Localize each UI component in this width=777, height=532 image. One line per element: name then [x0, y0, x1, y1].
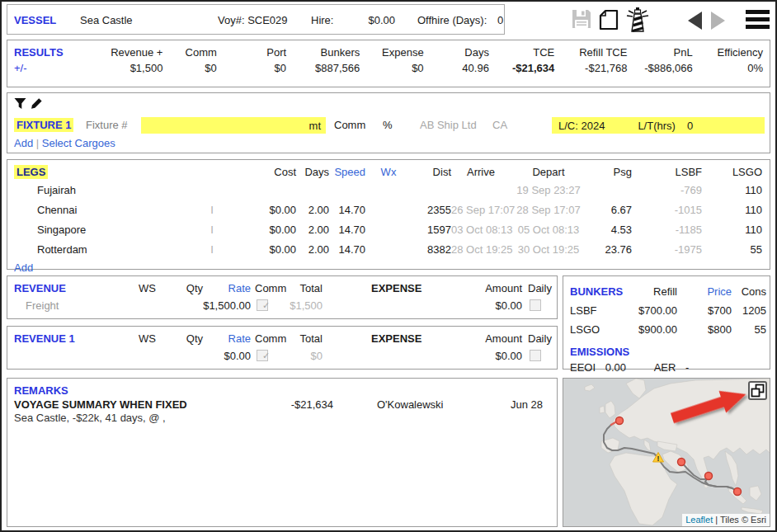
- leg-lsgo: 110: [702, 200, 762, 220]
- menu-icon[interactable]: [746, 10, 770, 32]
- daily-header: Daily: [528, 332, 552, 345]
- price-value[interactable]: $800: [677, 320, 732, 339]
- price-value[interactable]: $700: [677, 301, 732, 320]
- leg-speed[interactable]: 14.70: [329, 220, 365, 240]
- fixture-panel: FIXTURE 1 Fixture # mt Comm % AB Ship Lt…: [7, 92, 770, 153]
- leg-cost[interactable]: $0.00: [220, 240, 296, 260]
- edit-pencil-icon[interactable]: [31, 97, 43, 112]
- charterer-name[interactable]: AB Ship Ltd: [420, 119, 477, 131]
- qty-header: Qty: [164, 332, 203, 345]
- leg-row-sep: I: [204, 200, 220, 220]
- legs-header-wx[interactable]: Wx: [365, 164, 412, 181]
- leg-days[interactable]: 2.00: [296, 200, 329, 220]
- leaflet-link[interactable]: Leaflet: [685, 515, 713, 525]
- fixture-title[interactable]: FIXTURE 1: [14, 118, 73, 132]
- back-arrow-icon[interactable]: [688, 12, 702, 30]
- hire-value[interactable]: $0.00: [354, 14, 395, 26]
- rate-header[interactable]: Rate: [205, 332, 251, 345]
- offhire-value[interactable]: 0: [497, 14, 503, 26]
- legs-header-arrive: Arrive: [451, 164, 511, 181]
- leg-psg: 23.76: [586, 240, 632, 260]
- remark-entry-author: O'Kowalewski: [377, 398, 444, 411]
- filter-icon[interactable]: [14, 97, 26, 112]
- results-panel: RESULTS +/- Revenue +$1,500 Comm$0 Port$…: [7, 40, 770, 87]
- forward-arrow-icon[interactable]: [711, 12, 725, 30]
- port-marker-singapore[interactable]: [734, 488, 742, 496]
- total-value: $0: [273, 350, 323, 362]
- new-document-icon[interactable]: [599, 9, 619, 33]
- route-map[interactable]: ! Leaflet | Tiles © Esri: [563, 378, 770, 527]
- refill-value[interactable]: $700.00: [613, 301, 677, 320]
- leg-days[interactable]: [296, 181, 329, 200]
- leg-cost[interactable]: $0.00: [220, 220, 296, 240]
- leg-row-port[interactable]: Chennai: [14, 200, 204, 220]
- leg-speed[interactable]: [329, 181, 365, 200]
- leg-speed[interactable]: 14.70: [329, 200, 365, 220]
- port-marker-fujairah[interactable]: [678, 459, 685, 466]
- leg-row-port[interactable]: Singapore: [14, 220, 204, 240]
- hire-label: Hire:: [311, 14, 333, 26]
- map-attribution: Leaflet | Tiles © Esri: [682, 514, 770, 526]
- select-cargoes-link[interactable]: Select Cargoes: [42, 137, 115, 149]
- results-col-bunkers: Bunkers$887,566: [286, 46, 360, 87]
- fuel-type: LSBF: [570, 301, 613, 320]
- legs-header-speed[interactable]: Speed: [329, 164, 365, 181]
- leg-psg: 6.67: [586, 200, 632, 220]
- expand-map-button[interactable]: [748, 381, 767, 400]
- leg-row-port[interactable]: Fujairah: [14, 181, 204, 200]
- expense-header: EXPENSE: [371, 332, 421, 345]
- save-icon[interactable]: [571, 8, 592, 32]
- laycan-field[interactable]: L/C: 2024 L/T(hrs) 0: [552, 117, 765, 134]
- results-col-efficiency: Efficiency0%: [693, 46, 763, 87]
- remark-entry-date: Jun 28: [490, 398, 543, 411]
- leg-speed[interactable]: 14.70: [329, 240, 365, 260]
- comm-checkbox[interactable]: ✓: [257, 350, 268, 361]
- eeoi-value: 0.00: [605, 361, 626, 374]
- revenue-row-label: Freight: [26, 299, 59, 312]
- expense-header: EXPENSE: [371, 282, 421, 294]
- leg-days[interactable]: 2.00: [296, 220, 329, 240]
- daily-checkbox[interactable]: [530, 350, 541, 361]
- rate-value[interactable]: $0.00: [179, 350, 251, 362]
- leg-arrive: [451, 181, 511, 200]
- port-marker-rotterdam[interactable]: [616, 417, 624, 425]
- total-value: $1,500: [273, 299, 323, 312]
- remark-entry-value: -$21,634: [255, 398, 333, 411]
- vessel-bar: VESSEL Sea Castle Voy#: SCE029 Hire: $0.…: [7, 4, 505, 35]
- leg-cost[interactable]: [220, 181, 296, 200]
- total-header: Total: [273, 282, 323, 294]
- add-leg-link[interactable]: Add: [14, 261, 33, 274]
- daily-checkbox[interactable]: [530, 299, 541, 311]
- rate-header[interactable]: Rate: [205, 282, 251, 294]
- results-plusminus[interactable]: +/-: [14, 62, 92, 74]
- leg-psg: 4.53: [586, 220, 632, 240]
- add-cargo-link[interactable]: Add: [14, 137, 33, 149]
- laytime-value: 0: [687, 120, 693, 132]
- toolbar: [567, 5, 774, 36]
- leg-lsbf: -1015: [632, 200, 702, 220]
- revenue-panel: REVENUE WS Qty Rate Comm Total EXPENSE A…: [7, 275, 558, 319]
- cons-value: 55: [732, 320, 766, 339]
- price-header[interactable]: Price: [677, 282, 732, 301]
- leg-dist: [412, 181, 451, 200]
- vessel-label[interactable]: VESSEL: [14, 14, 56, 26]
- leg-cost[interactable]: $0.00: [220, 200, 296, 220]
- results-col-port: Port$0: [217, 46, 286, 87]
- comm-checkbox[interactable]: ✓: [257, 299, 268, 311]
- results-col-revenue: Revenue +$1,500: [92, 46, 162, 87]
- cargo-quantity-field[interactable]: mt: [141, 117, 326, 134]
- link-divider: |: [36, 137, 39, 149]
- remark-entry-body: Sea Castle, -$22k, 41 days, @ ,: [14, 412, 166, 424]
- expense-amount-value[interactable]: $0.00: [453, 299, 522, 312]
- contract-type[interactable]: CA: [492, 119, 507, 131]
- expense-amount-value[interactable]: $0.00: [453, 350, 522, 362]
- lighthouse-icon[interactable]: [624, 7, 652, 35]
- rate-value[interactable]: $1,500.00: [179, 299, 251, 312]
- vessel-name[interactable]: Sea Castle: [80, 14, 133, 26]
- leg-row-port[interactable]: Rotterdam: [14, 240, 204, 260]
- leg-days[interactable]: 2.00: [296, 240, 329, 260]
- refill-value[interactable]: $900.00: [613, 320, 677, 339]
- emissions-title: EMISSIONS: [570, 346, 763, 358]
- port-marker-chennai[interactable]: [705, 473, 713, 480]
- leg-lsgo: 55: [702, 240, 762, 260]
